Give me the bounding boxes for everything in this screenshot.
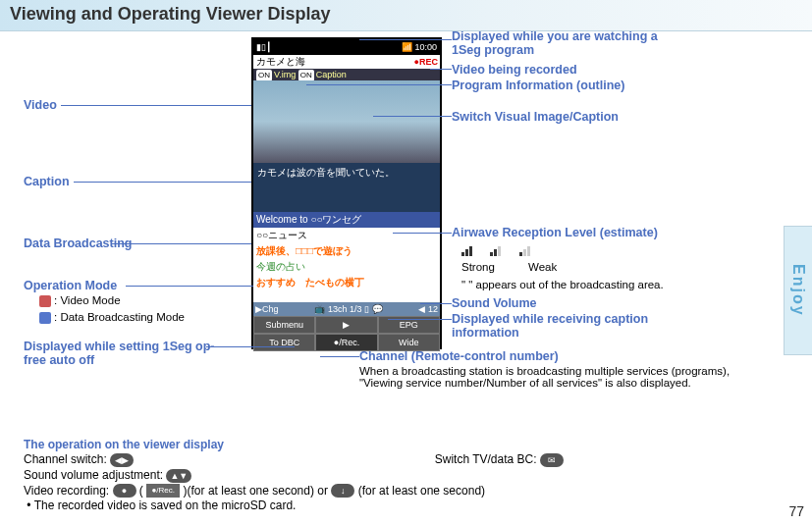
video-mode-icon: [39, 295, 51, 307]
label-channel-sub: When a broadcasting station is broadcast…: [359, 365, 772, 389]
leader-channel: [320, 356, 359, 357]
label-autooff: Displayed while setting 1Seg op-free aut…: [24, 340, 220, 367]
label-recording: Video being recorded: [452, 63, 577, 77]
leader-opmode: [126, 286, 253, 287]
opmode-data-text: : Data Broadcasting Mode: [54, 311, 185, 323]
phone-status-bar: ▮▯┃ 📶 10:00: [253, 39, 440, 55]
airwave-note: " " appears out of the broadcasting area…: [461, 279, 766, 290]
softkey-submenu: Submenu: [253, 316, 315, 334]
data-line-1: ○○ニュース: [253, 228, 440, 243]
rec-softkey-icon: ●/Rec.: [146, 484, 180, 498]
program-title-row: カモメと海 ●REC: [253, 55, 440, 69]
airwave-strong: Strong: [461, 261, 495, 273]
status-right: 📶 10:00: [402, 42, 437, 52]
data-mode-icon: [39, 312, 51, 324]
tvdata-label: Switch TV/data BC:: [435, 452, 540, 466]
video-area: [253, 80, 440, 163]
leader-databc: [112, 243, 251, 244]
leader-rec: [430, 69, 452, 70]
rec-tail: (for at least one second): [358, 484, 485, 498]
indicator-right: ◀ 12: [418, 304, 438, 314]
label-volume: Sound Volume: [452, 296, 537, 310]
leader-proginfo: [306, 84, 452, 85]
indicator-mid: 📺 13ch 1/3 ▯ 💬: [314, 304, 382, 314]
rec-p1: (: [139, 484, 143, 498]
data-line-2: 放課後、□□□で遊ぼう: [253, 243, 440, 259]
leader-video: [61, 105, 251, 106]
data-line-3: 今週の占い: [253, 259, 440, 275]
vimg-label: V.img: [274, 70, 296, 79]
center-button-icon: ●: [113, 484, 136, 498]
page-number: 77: [788, 503, 804, 519]
label-switchvc: Switch Visual Image/Caption: [452, 110, 619, 124]
leader-switchvc: [373, 116, 452, 117]
rec-p2: )(for at least one second) or: [184, 484, 332, 498]
program-title: カモメと海: [256, 56, 305, 67]
label-caption: Caption: [24, 175, 70, 188]
label-opmode: Operation Mode: [24, 279, 117, 292]
indicator-left: ▶Chg: [255, 304, 279, 314]
label-proginfo: Program Information (outline): [452, 79, 624, 92]
airwave-diagram: [461, 245, 545, 259]
vol-label: Sound volume adjustment:: [24, 468, 166, 482]
bottom-section: The operation on the viewer display Chan…: [24, 438, 789, 513]
row-note: • The recorded video is saved on the mic…: [24, 499, 789, 512]
signal-med-icon: [490, 246, 504, 256]
page-title-bar: Viewing and Operating Viewer Display: [0, 0, 812, 31]
rec-indicator: ●REC: [414, 55, 438, 69]
leader-volume: [420, 303, 452, 304]
label-watching: Displayed while you are watching a 1Seg …: [452, 29, 677, 57]
ch-switch-label: Channel switch:: [24, 452, 110, 466]
caption-label: Caption: [316, 70, 347, 79]
status-left: ▮▯┃: [256, 42, 271, 52]
bottom-heading: The operation on the viewer display: [24, 438, 789, 451]
side-tab: Enjoy: [784, 226, 812, 355]
leader-caption: [74, 182, 251, 183]
label-channel: Channel (Remote-control number): [359, 349, 559, 363]
data-broadcasting-area: Welcome to ○○ワンセグ ○○ニュース 放課後、□□□で遊ぼう 今週の…: [253, 212, 440, 302]
opmode-data: : Data Broadcasting Mode: [39, 311, 185, 324]
side-tab-label: Enjoy: [789, 264, 807, 317]
label-video: Video: [24, 98, 57, 112]
down-key-icon: ↓: [331, 484, 354, 498]
data-line-4: おすすめ たべもの横丁: [253, 275, 440, 290]
leader-capinfo: [388, 319, 452, 320]
label-capinfo: Displayed while receiving caption inform…: [452, 312, 677, 340]
caption-text: カモメは波の音を聞いていた。: [257, 167, 395, 178]
softkey-play: ▶: [315, 316, 377, 334]
leader-airwave: [393, 233, 452, 234]
row-recording: Video recording: ● ( ●/Rec. )(for at lea…: [24, 484, 789, 499]
dpad-lr-icon: ◀▶: [110, 453, 134, 467]
opmode-video: : Video Mode: [39, 294, 121, 307]
rec-label: Video recording:: [24, 484, 113, 498]
switch-row: ONV.img ONCaption: [253, 69, 440, 80]
signal-strong-icon: [461, 246, 475, 256]
indicator-row: ▶Chg 📺 13ch 1/3 ▯ 💬 ◀ 12: [253, 302, 440, 316]
softkey-todbc: To DBC: [253, 334, 315, 351]
page-title: Viewing and Operating Viewer Display: [10, 4, 330, 24]
data-welcome: Welcome to ○○ワンセグ: [253, 212, 440, 228]
row-volume: Sound volume adjustment: ▲▼: [24, 468, 789, 483]
row-channel-switch: Channel switch: ◀▶ Switch TV/data BC: ✉: [24, 452, 789, 467]
signal-weak-icon: [519, 246, 533, 256]
airwave-weak: Weak: [528, 261, 557, 273]
caption-area: カモメは波の音を聞いていた。: [253, 163, 440, 212]
opmode-video-text: : Video Mode: [54, 294, 121, 306]
leader-autooff: [206, 346, 295, 347]
note-text: The recorded video is saved on the micro…: [34, 499, 297, 512]
label-airwave: Airwave Reception Level (estimate): [452, 226, 658, 239]
mail-button-icon: ✉: [540, 453, 564, 467]
dpad-ud-icon: ▲▼: [166, 469, 191, 483]
leader-watching: [359, 39, 452, 40]
